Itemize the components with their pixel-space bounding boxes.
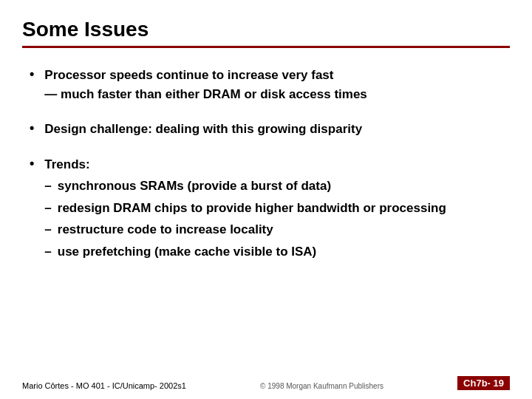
bullet-dot-3: • [30,156,34,171]
content-area: • Processor speeds continue to increase … [22,66,510,264]
sub-list: – synchronous SRAMs (provide a burst of … [44,177,446,261]
sub-text-2: redesign DRAM chips to provide higher ba… [58,199,446,218]
sub-item-4: – use prefetching (make cache visible to… [44,242,446,262]
bullet-dot-1: • [30,66,34,82]
sub-dash-2: – [44,199,51,218]
sub-text-1: synchronous SRAMs (provide a burst of da… [58,177,331,196]
footer-right: Ch7b- 19 [457,376,510,390]
bullet-item-2: • Design challenge: dealing with this gr… [30,120,502,139]
sub-dash-3: – [44,220,51,239]
title-underline [22,46,510,48]
slide: Some Issues • Processor speeds continue … [0,0,532,399]
footer: Mario Côrtes - MO 401 - IC/Unicamp- 2002… [22,376,510,390]
sub-item-2: – redesign DRAM chips to provide higher … [44,199,446,218]
sub-text-3: restructure code to increase locality [58,220,273,239]
sub-item-1: – synchronous SRAMs (provide a burst of … [44,177,446,196]
bullet-text-1: Processor speeds continue to increase ve… [44,66,366,103]
bullet-item-1: • Processor speeds continue to increase … [30,66,502,103]
bullet-text-3: Trends: – synchronous SRAMs (provide a b… [44,155,446,265]
bullet-item-3: • Trends: – synchronous SRAMs (provide a… [30,155,502,265]
footer-center: © 1998 Morgan Kaufmann Publishers [260,382,383,390]
bullet-dot-2: • [30,120,34,136]
bullet-text-2: Design challenge: dealing with this grow… [44,120,362,139]
sub-dash-4: – [44,242,51,262]
sub-item-3: – restructure code to increase locality [44,220,446,239]
sub-text-4: use prefetching (make cache visible to I… [58,242,317,262]
sub-dash-1: – [44,177,51,196]
footer-left: Mario Côrtes - MO 401 - IC/Unicamp- 2002… [22,381,186,390]
slide-title: Some Issues [22,18,510,41]
